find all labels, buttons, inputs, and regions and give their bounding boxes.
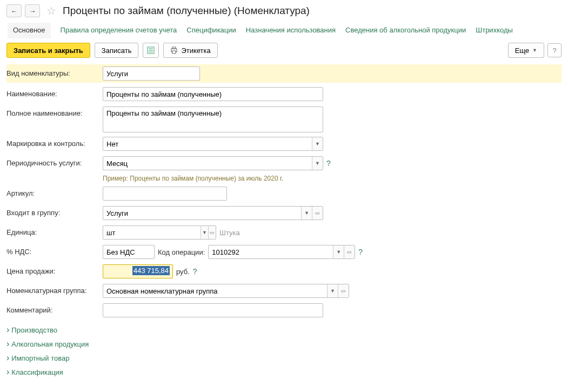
- vat-input[interactable]: ▼: [103, 245, 155, 259]
- chevron-down-icon[interactable]: ▼: [201, 226, 208, 239]
- chevron-down-icon[interactable]: ▼: [312, 137, 323, 150]
- period-input[interactable]: ▼: [103, 156, 323, 170]
- printer-icon: [170, 46, 178, 54]
- page-title: Проценты по займам (полученные) (Номенкл…: [63, 5, 310, 17]
- price-label: Цена продажи:: [6, 264, 103, 275]
- tabs: Основное Правила определения счетов учет…: [0, 19, 568, 38]
- open-icon[interactable]: ▭: [312, 207, 323, 220]
- open-icon[interactable]: ▭: [208, 226, 216, 239]
- chevron-down-icon[interactable]: ▼: [333, 245, 344, 258]
- price-unit: руб.: [176, 268, 190, 276]
- price-input[interactable]: 443 715,84: [103, 264, 173, 278]
- article-label: Артикул:: [6, 187, 103, 197]
- name-input[interactable]: [103, 87, 323, 101]
- op-input[interactable]: ▼ ▭: [208, 245, 355, 259]
- vat-label: % НДС:: [6, 245, 103, 256]
- list-button[interactable]: [143, 43, 159, 58]
- help-icon[interactable]: ?: [193, 267, 197, 276]
- group-label: Входит в группу:: [6, 206, 103, 217]
- tab-main[interactable]: Основное: [8, 23, 51, 38]
- period-label: Периодичность услуги:: [6, 156, 103, 167]
- help-icon[interactable]: ?: [358, 248, 363, 256]
- help-icon[interactable]: ?: [326, 159, 331, 168]
- marking-input[interactable]: ▼: [103, 137, 323, 151]
- type-label: Вид номенклатуры:: [6, 67, 103, 77]
- name-label: Наименование:: [6, 87, 103, 98]
- nomgroup-input[interactable]: ▼ ▭: [103, 284, 349, 298]
- svg-rect-6: [172, 51, 176, 54]
- article-input[interactable]: [103, 187, 227, 201]
- help-icon: ?: [552, 46, 556, 55]
- marking-label: Маркировка и контроль:: [6, 137, 103, 148]
- list-icon: [147, 46, 155, 54]
- unit-label: Единица:: [6, 225, 103, 236]
- help-button[interactable]: ?: [547, 43, 562, 57]
- svg-rect-5: [172, 47, 176, 49]
- expand-production[interactable]: Производство: [6, 323, 562, 337]
- chevron-down-icon[interactable]: ▼: [312, 157, 323, 170]
- unit-input[interactable]: ▼ ▭: [103, 225, 216, 240]
- label-button[interactable]: Этикетка: [163, 43, 217, 58]
- group-input[interactable]: ▼ ▭: [103, 206, 323, 220]
- arrow-left-icon: ←: [11, 7, 18, 15]
- save-close-button[interactable]: Записать и закрыть: [6, 43, 90, 58]
- save-button[interactable]: Записать: [95, 43, 139, 58]
- expand-alcohol[interactable]: Алкогольная продукция: [6, 337, 562, 351]
- tab-accounting-rules[interactable]: Правила определения счетов учета: [61, 23, 177, 38]
- chevron-down-icon[interactable]: ▼: [327, 284, 338, 297]
- more-button[interactable]: Еще ▼: [508, 43, 544, 58]
- comment-label: Комментарий:: [6, 303, 103, 314]
- tab-alcohol[interactable]: Сведения об алкогольной продукции: [345, 23, 466, 38]
- period-hint: Пример: Проценты по займам (полученные) …: [103, 175, 283, 182]
- chevron-down-icon: ▼: [532, 48, 537, 53]
- type-input[interactable]: ▼ ▭: [103, 67, 200, 81]
- unit-desc: Штука: [219, 229, 240, 237]
- arrow-right-icon: →: [29, 7, 36, 15]
- comment-input[interactable]: [103, 303, 323, 317]
- expand-import[interactable]: Импортный товар: [6, 351, 562, 365]
- star-icon[interactable]: ☆: [45, 5, 57, 17]
- open-icon[interactable]: ▭: [344, 245, 355, 258]
- tab-specifications[interactable]: Спецификации: [186, 23, 236, 38]
- chevron-down-icon[interactable]: ▼: [301, 207, 312, 220]
- forward-button[interactable]: →: [25, 4, 40, 17]
- fullname-label: Полное наименование:: [6, 107, 103, 117]
- op-label: Код операции:: [158, 248, 205, 256]
- back-button[interactable]: ←: [6, 4, 22, 17]
- open-icon[interactable]: ▭: [338, 284, 349, 297]
- tab-usage[interactable]: Назначения использования: [246, 23, 336, 38]
- tab-barcodes[interactable]: Штрихкоды: [476, 23, 513, 38]
- fullname-input[interactable]: [103, 107, 323, 132]
- nomgroup-label: Номенклатурная группа:: [6, 284, 103, 295]
- expand-classification[interactable]: Классификация: [6, 365, 562, 379]
